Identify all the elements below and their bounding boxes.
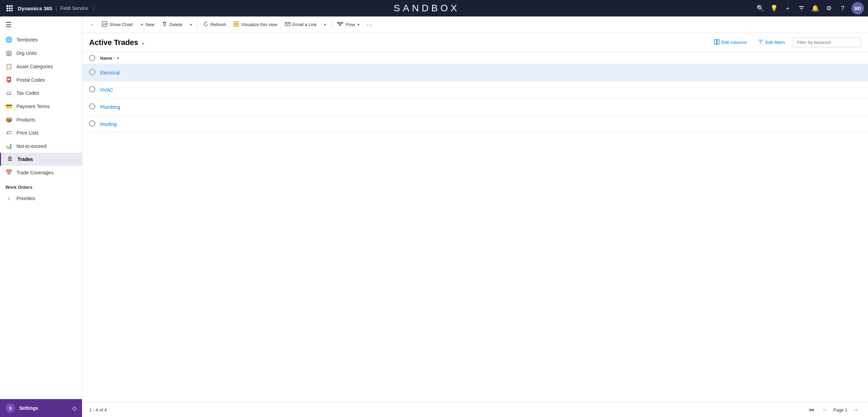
filter-icon[interactable] [795, 2, 808, 14]
header-checkbox[interactable] [89, 55, 100, 61]
filter-icon2 [758, 39, 763, 46]
edit-filters-button[interactable]: Edit filters [754, 37, 788, 48]
svg-rect-7 [9, 10, 11, 11]
delete-chevron-button[interactable]: ▾ [187, 21, 195, 28]
prev-page-button[interactable]: ← [820, 405, 831, 414]
show-chart-button[interactable]: Show Chart [98, 19, 136, 30]
flow-icon [337, 22, 343, 27]
table-row[interactable]: Plumbing [82, 99, 868, 116]
sidebar-item-not-to-exceed[interactable]: 📊 Not-to-exceed [0, 139, 82, 153]
svg-rect-11 [237, 22, 239, 24]
svg-rect-15 [714, 39, 716, 44]
visualize-label: Visualize this view [241, 22, 277, 27]
sidebar-item-label: Trades [17, 157, 33, 162]
hamburger-menu-icon[interactable]: ☰ [0, 16, 82, 33]
chart-icon: 📊 [5, 143, 12, 149]
view-title[interactable]: Active Trades ⌄ [89, 38, 145, 47]
calendar2-icon: 📅 [5, 169, 12, 176]
sidebar-item-priorities[interactable]: ↕ Priorities [0, 192, 82, 205]
svg-rect-8 [11, 10, 13, 11]
chevron-down-icon: ▾ [190, 23, 192, 26]
show-chart-label: Show Chart [109, 22, 133, 27]
grid-icon[interactable] [4, 3, 15, 14]
svg-rect-0 [7, 5, 8, 7]
lightbulb-icon[interactable]: 💡 [768, 2, 780, 14]
sidebar-item-label: Not-to-exceed [16, 143, 47, 149]
sort-indicator: ↑ [114, 56, 116, 60]
table-area: Name ↑ ▾ Electrical HVAC [82, 52, 868, 402]
edit-columns-label: Edit columns [722, 40, 747, 45]
bell-icon[interactable]: 🔔 [809, 2, 821, 14]
separator1 [197, 21, 198, 29]
email-link-button[interactable]: Email a Link [282, 19, 320, 30]
table-row[interactable]: Electrical [82, 64, 868, 81]
svg-rect-1 [9, 5, 11, 7]
sidebar-item-label: Postal Codes [16, 77, 45, 83]
sidebar-item-price-lists[interactable]: 🏷 Price Lists [0, 126, 82, 139]
first-page-button[interactable]: ⏮ [806, 405, 817, 414]
delete-label: Delete [169, 22, 182, 27]
row-name-1[interactable]: Electrical [100, 70, 120, 76]
filter-keyword-input[interactable] [793, 37, 861, 47]
sidebar-item-trade-coverages[interactable]: 📅 Trade Coverages [0, 166, 82, 179]
sidebar-item-label: Priorities [16, 196, 35, 201]
edit-filters-label: Edit filters [765, 40, 785, 45]
work-orders-section: Work Orders [0, 179, 82, 192]
plus-icon[interactable]: ＋ [782, 2, 794, 14]
toolbar: ← Show Chart + New Delete ▾ [82, 16, 868, 33]
folder-icon: 🗂 [5, 90, 12, 96]
search-icon[interactable]: 🔍 [754, 2, 766, 14]
brand-name: Dynamics 365 [18, 5, 52, 11]
settings-label: Settings [19, 405, 38, 411]
settings-avatar-icon: S [5, 403, 15, 413]
gear-icon[interactable]: ⚙ [823, 2, 835, 14]
delete-button[interactable]: Delete [158, 19, 186, 30]
new-label: New [145, 22, 154, 27]
flow-button[interactable]: Flow ▾ [334, 20, 362, 30]
avatar[interactable]: BD [852, 2, 864, 14]
sidebar-item-products[interactable]: 📦 Products [0, 113, 82, 126]
sort-toggle-icon[interactable]: ▾ [117, 56, 119, 60]
content-area: ← Show Chart + New Delete ▾ [82, 16, 868, 417]
back-button[interactable]: ← [86, 20, 98, 29]
row-radio-3[interactable] [89, 103, 100, 111]
sidebar: ☰ 🌐 Territories 🏢 Org Units 📋 Asset Cate… [0, 16, 82, 417]
svg-rect-12 [234, 24, 236, 26]
box-icon: 📦 [5, 116, 12, 123]
row-radio-1[interactable] [89, 69, 100, 76]
tag-icon: 🏷 [5, 130, 12, 136]
email-link-label: Email a Link [293, 22, 317, 27]
sidebar-item-settings[interactable]: S Settings ◇ [0, 399, 82, 417]
sidebar-item-payment-terms[interactable]: 💳 Payment Terms [0, 100, 82, 113]
edit-columns-button[interactable]: Edit columns [711, 37, 750, 48]
sidebar-item-territories[interactable]: 🌐 Territories [0, 33, 82, 46]
sidebar-item-asset-categories[interactable]: 📋 Asset Categories [0, 60, 82, 73]
sidebar-item-label: Payment Terms [16, 104, 50, 109]
refresh-button[interactable]: Refresh [200, 19, 230, 30]
table-row[interactable]: Roofing [82, 116, 868, 133]
sidebar-item-tax-codes[interactable]: 🗂 Tax Codes [0, 86, 82, 100]
building-icon: 🏢 [5, 50, 12, 56]
visualize-button[interactable]: Visualize this view [230, 19, 281, 30]
table-row[interactable]: HVAC [82, 81, 868, 99]
row-name-4[interactable]: Roofing [100, 121, 117, 127]
new-button[interactable]: + New [137, 20, 158, 30]
header-name[interactable]: Name ↑ ▾ [100, 56, 119, 61]
row-name-2[interactable]: HVAC [100, 87, 113, 93]
sidebar-item-trades[interactable]: 🗓 Trades [0, 153, 82, 166]
view-title-text: Active Trades [89, 38, 138, 47]
svg-rect-6 [7, 10, 8, 11]
row-radio-4[interactable] [89, 120, 100, 128]
help-icon[interactable]: ? [836, 2, 849, 14]
page-label: Page 1 [833, 407, 847, 413]
topbar: Dynamics 365 | Field Service SANDBOX 🔍 💡… [0, 0, 868, 16]
row-radio-2[interactable] [89, 86, 100, 93]
row-name-3[interactable]: Plumbing [100, 104, 120, 110]
more-options-button[interactable]: ⋯ [364, 19, 375, 31]
sidebar-item-postal-codes[interactable]: 📮 Postal Codes [0, 73, 82, 86]
email-chevron-button[interactable]: ▾ [321, 21, 329, 28]
sidebar-item-org-units[interactable]: 🏢 Org Units [0, 46, 82, 60]
svg-rect-16 [717, 39, 719, 44]
next-page-button[interactable]: → [850, 405, 861, 414]
record-count: 1 - 4 of 4 [89, 407, 107, 413]
